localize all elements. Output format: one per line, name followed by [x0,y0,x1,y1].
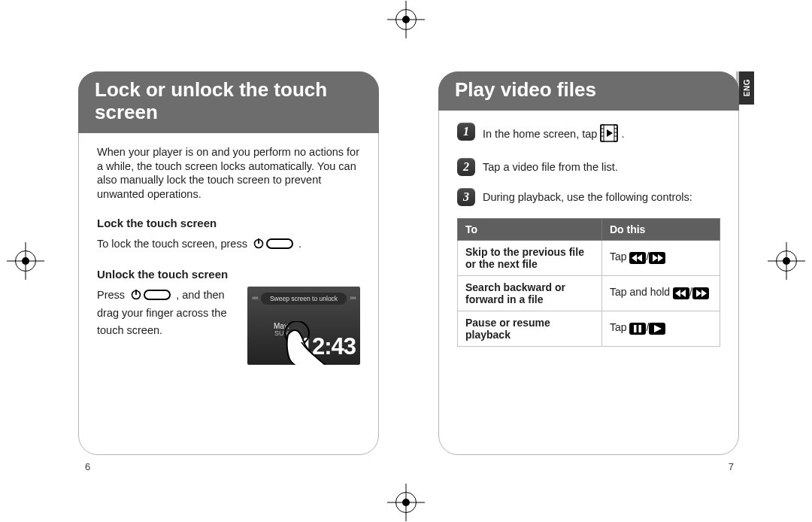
cell-do: Tap / [601,241,720,276]
lock-instruction: To lock the touch screen, press . [97,235,360,253]
cell-do: Tap and hold / [601,276,720,311]
cell-to: Pause or resume playback [458,311,602,347]
registration-mark-right [776,250,797,272]
step1-b: . [621,128,624,140]
unlock-text-a: Press [97,289,128,301]
lockscreen-illustration: ‹‹‹‹ ›››› Sweep screen to unlock May. SU… [247,287,360,365]
step1-a: In the home screen, tap [483,128,600,140]
lock-heading: Lock the touch screen [97,217,360,229]
intro-paragraph: When your player is on and you perform n… [97,145,360,202]
registration-mark-bottom [395,492,417,513]
table-header-row: To Do this [458,219,720,241]
unlock-heading: Unlock the touch screen [97,268,360,281]
r2-do-a: Tap and hold [610,286,673,298]
sweep-label: Sweep screen to unlock [261,293,347,305]
arrows-right-icon: ›››› [350,294,356,302]
step-1-text: In the home screen, tap . [483,123,720,146]
finger-illustration [270,321,329,365]
fastforward-icon [692,287,709,302]
lock-text-a: To lock the touch screen, press [97,238,250,250]
language-tab-label: ENG [743,79,751,96]
controls-table: To Do this Skip to the previous file or … [457,218,720,347]
video-app-icon [600,124,618,146]
cell-do: Tap / [601,311,720,347]
step-3: 3 During playback, use the following con… [457,188,720,206]
svg-marker-17 [607,129,613,137]
step-3-text: During playback, use the following contr… [483,188,720,205]
svg-rect-2 [267,239,292,248]
step-2-text: Tap a video file from the list. [483,158,720,175]
arrows-left-icon: ‹‹‹‹ [252,294,258,302]
page-number: 6 [85,461,90,472]
col-do: Do this [601,219,720,241]
step-badge-2: 2 [457,158,475,176]
step-badge-3: 3 [457,188,475,206]
col-to: To [458,219,602,241]
r3-do-a: Tap [610,321,629,333]
svg-rect-5 [144,290,170,299]
registration-mark-top [395,9,417,30]
fastforward-icon [649,252,665,266]
cell-to: Search backward or forward in a file [458,276,602,311]
table-row: Search backward or forward in a file Tap… [458,276,720,311]
step-1: 1 In the home screen, tap . [457,123,720,146]
page-6: Lock or unlock the touch screen When you… [78,71,379,455]
cell-to: Skip to the previous file or the next fi… [458,241,602,276]
step-badge-1: 1 [457,123,475,141]
play-icon [649,323,665,337]
unlock-instruction: Press , and then drag your finger across… [97,287,238,339]
table-row: Pause or resume playback Tap / [458,311,720,347]
page-7: ENG Play video files 1 In the home scree… [438,71,739,455]
step-2: 2 Tap a video file from the list. [457,158,720,176]
page-title: Lock or unlock the touch screen [78,71,379,133]
power-button-icon [129,288,171,302]
lock-text-b: . [298,238,301,250]
table-row: Skip to the previous file or the next fi… [458,241,720,276]
rewind-icon [629,252,646,266]
svg-rect-31 [634,325,637,332]
page-title: Play video files [438,71,739,111]
unlock-block: Press , and then drag your finger across… [97,287,360,365]
svg-rect-30 [629,323,646,335]
r1-do-a: Tap [610,250,629,263]
svg-rect-32 [639,325,642,332]
manual-spread: Lock or unlock the touch screen When you… [0,0,812,522]
language-tab: ENG [739,71,754,105]
page-number: 7 [729,461,734,472]
rewind-icon [673,287,689,302]
pause-icon [629,323,646,337]
power-button-icon [252,237,294,250]
registration-mark-left [15,250,36,272]
